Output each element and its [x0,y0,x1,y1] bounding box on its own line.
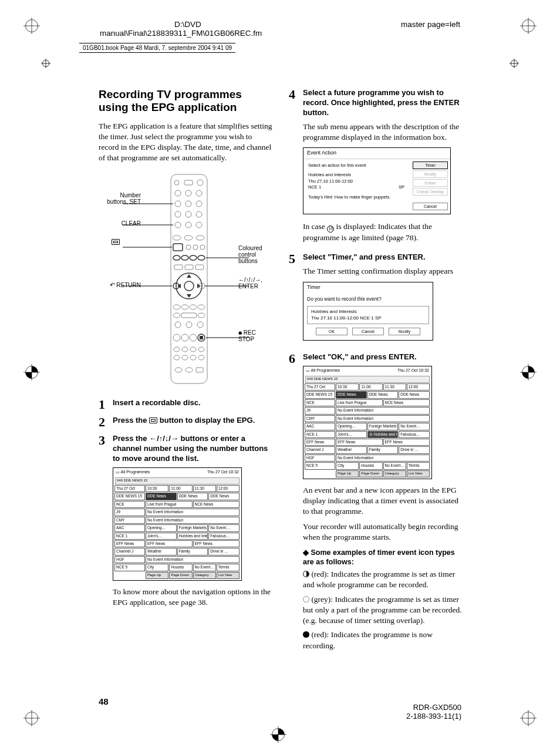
epg-screen-1: ▭ All Programmes Thu 27 Oct 10:32 040 DD… [113,467,242,581]
label-recstop: ■ REC STOP [238,329,272,342]
epg-screen-2: ▭ All Programmes Thu 27 Oct 10:32 040 DD… [303,366,432,479]
check-overlap-button[interactable]: Check Overlap [413,188,448,196]
label-enter: ←/↑/↓/→, ENTER [238,277,272,289]
intro-paragraph: The EPG application is a feature that si… [99,121,272,164]
section-title: Recording TV programmes using the EPG ap… [99,88,272,114]
label-epg-icon [112,239,120,245]
icon-examples-heading: ◆ Some examples of timer event icon type… [303,548,463,567]
epg-icon [149,418,157,423]
timer-button[interactable]: Timer [413,161,448,169]
model-number: RDR-GXD500 2-188-393-11(1) [406,703,461,721]
svg-rect-79 [200,336,203,339]
age-limit-icon: 18 [327,225,334,233]
step-3: 3 Press the ←/↑/↓/→ buttons or enter a c… [99,434,272,612]
label-coloured: Coloured control buttons [238,245,272,264]
label-clear: CLEAR [99,220,141,227]
step-2: 2 Press the button to display the EPG. [99,416,272,429]
step-5: 5 Select "Timer," and press ENTER. The T… [289,253,463,348]
event-action-dialog: Event Action Select an action for this e… [303,147,451,214]
label-number: Number buttons, SET [99,192,141,205]
erase-button[interactable]: Erase [413,179,448,187]
recording-icon [303,631,309,638]
svg-rect-27 [171,174,207,383]
ok-button[interactable]: OK [316,328,348,335]
header-path: D:\DVD manual\Final\218839311_FM\01GB06R… [100,20,276,38]
step-6: 6 Select "OK," and press ENTER. ▭ All Pr… [289,352,463,655]
label-return: ↶ RETURN [99,281,141,289]
book-info: 01GB01.book Page 48 Mardi, 7. septembre … [79,43,235,53]
remote-diagram: Number buttons, SET CLEAR ↶ RETURN Colou… [99,173,272,386]
cancel-button-2[interactable]: Cancel [352,328,384,335]
page-number: 48 [99,696,109,706]
timer-full-icon [303,571,309,577]
timer-dialog: Timer Do you want to record this event? … [303,282,433,341]
timer-partial-icon [303,596,309,602]
header-master: master page=left [401,20,460,29]
cancel-button[interactable]: Cancel [413,203,448,210]
modify-button-2[interactable]: Modify [389,328,420,335]
step-1: 1 Insert a recordable disc. [99,398,272,412]
modify-button[interactable]: Modify [413,170,448,178]
step-4: 4 Select a future programme you wish to … [289,88,463,248]
